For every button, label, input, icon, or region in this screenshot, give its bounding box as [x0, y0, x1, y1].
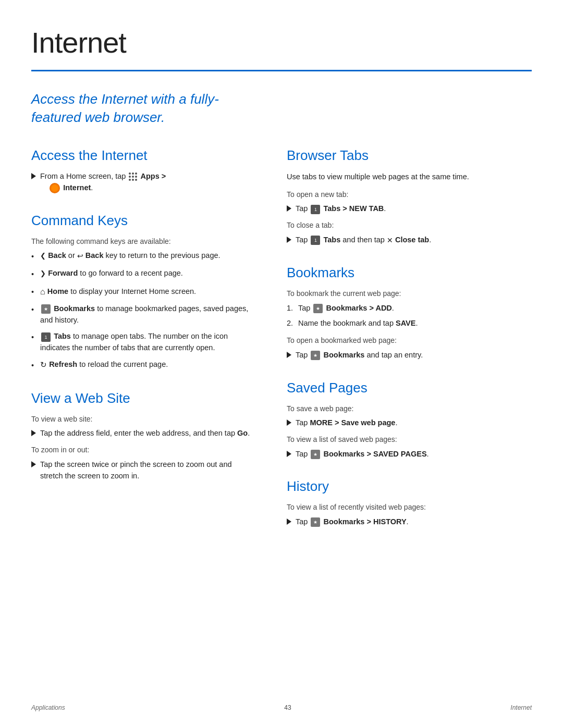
- list-item: • ❮ Back or ↩ Back key to return to the …: [31, 250, 255, 263]
- bullet-text: ❮ Back or ↩ Back key to return to the pr…: [40, 250, 220, 262]
- section-access-internet: Access the Internet From a Home screen, …: [31, 145, 255, 194]
- footer-left: Applications: [31, 703, 65, 712]
- tabs-icon: 1: [41, 332, 51, 342]
- bullet-dot: •: [31, 360, 36, 372]
- page: Internet Access the Internet with a full…: [0, 0, 563, 728]
- bookmarks-current-intro: To bookmark the current web page:: [287, 288, 532, 300]
- bullet-text: Tap MORE > Save web page.: [296, 417, 397, 429]
- bullet-text: ❯ Forward to go forward to a recent page…: [40, 268, 183, 279]
- page-title: Internet: [31, 21, 532, 65]
- saved-pages-save-intro: To save a web page:: [287, 403, 532, 415]
- right-column: Browser Tabs Use tabs to view multiple w…: [287, 145, 532, 545]
- footer: Applications 43 Internet: [0, 703, 563, 712]
- section-title-access-internet: Access the Internet: [31, 145, 255, 166]
- arrow-icon: [287, 419, 291, 426]
- bookmarks-icon: ★: [313, 304, 323, 313]
- bullet-bookmarks-open: Tap ★ Bookmarks and tap an entry.: [287, 350, 532, 361]
- arrow-icon: [31, 173, 36, 179]
- command-keys-intro: The following command keys are available…: [31, 236, 255, 248]
- arrow-icon: [31, 430, 36, 436]
- bullet-text: Tap ★ Bookmarks > SAVED PAGES.: [296, 449, 429, 460]
- list-item: • ⌂ Home to display your Internet Home s…: [31, 286, 255, 298]
- list-number: 1.: [287, 302, 298, 314]
- list-text: Tap ★ Bookmarks > ADD.: [298, 302, 394, 314]
- section-title-saved-pages: Saved Pages: [287, 378, 532, 398]
- bullet-browser-tabs-close: Tap 1 Tabs and then tap ✕ Close tab.: [287, 235, 532, 246]
- section-body-browser-tabs: Use tabs to view multiple web pages at t…: [287, 171, 532, 245]
- bullet-text: From a Home screen, tap Apps > Internet.: [40, 171, 166, 194]
- browser-tabs-intro: Use tabs to view multiple web pages at t…: [287, 171, 532, 182]
- bullet-text: ★ Bookmarks to manage bookmarked pages, …: [40, 303, 255, 326]
- bullet-access-internet: From a Home screen, tap Apps > Internet.: [31, 171, 255, 194]
- section-body-history: To view a list of recently visited web p…: [287, 502, 532, 527]
- footer-right: Internet: [510, 703, 532, 712]
- bullet-text: Tap the screen twice or pinch the screen…: [40, 459, 255, 482]
- section-body-view-web-site: To view a web site: Tap the address fiel…: [31, 414, 255, 482]
- bullet-dot: •: [31, 332, 36, 343]
- section-body-command-keys: The following command keys are available…: [31, 236, 255, 372]
- saved-pages-view-intro: To view a list of saved web pages:: [287, 434, 532, 446]
- section-title-history: History: [287, 476, 532, 497]
- list-item: 2. Name the bookmark and tap SAVE.: [287, 317, 532, 329]
- section-title-browser-tabs: Browser Tabs: [287, 145, 532, 166]
- bookmarks-icon: ★: [311, 517, 320, 527]
- bullet-text: Tap 1 Tabs > NEW TAB.: [296, 203, 386, 215]
- bullet-text: 1 Tabs to manage open tabs. The number o…: [40, 331, 255, 354]
- bullet-browser-tabs-new: Tap 1 Tabs > NEW TAB.: [287, 203, 532, 215]
- section-bookmarks: Bookmarks To bookmark the current web pa…: [287, 263, 532, 361]
- list-item: • ❯ Forward to go forward to a recent pa…: [31, 268, 255, 280]
- section-title-command-keys: Command Keys: [31, 211, 255, 231]
- bullet-history: Tap ★ Bookmarks > HISTORY.: [287, 516, 532, 528]
- arrow-icon: [287, 352, 291, 358]
- view-web-site-intro-1: To view a web site:: [31, 414, 255, 425]
- apps-grid-icon: [129, 172, 137, 181]
- bullet-dot: •: [31, 251, 36, 263]
- bullet-text: ⌂ Home to display your Internet Home scr…: [40, 286, 196, 298]
- bullet-dot: •: [31, 269, 36, 280]
- command-keys-list: • ❮ Back or ↩ Back key to return to the …: [31, 250, 255, 371]
- list-item: 1. Tap ★ Bookmarks > ADD.: [287, 302, 532, 314]
- bullet-saved-pages-view: Tap ★ Bookmarks > SAVED PAGES.: [287, 449, 532, 460]
- two-column-layout: Access the Internet From a Home screen, …: [31, 145, 532, 545]
- bullet-text: Tap 1 Tabs and then tap ✕ Close tab.: [296, 235, 431, 246]
- bookmarks-icon: ★: [311, 450, 320, 459]
- section-body-access-internet: From a Home screen, tap Apps > Internet.: [31, 171, 255, 194]
- bullet-dot: •: [31, 287, 36, 298]
- list-item: • ↻ Refresh to reload the current page.: [31, 359, 255, 372]
- close-icon: ✕: [387, 236, 393, 244]
- bullet-text: Tap ★ Bookmarks and tap an entry.: [296, 350, 423, 361]
- section-history: History To view a list of recently visit…: [287, 476, 532, 527]
- list-text: Name the bookmark and tap SAVE.: [298, 317, 418, 329]
- bookmarks-icon: ★: [311, 351, 320, 360]
- bullet-view-web-site-1: Tap the address field, enter the web add…: [31, 428, 255, 439]
- section-title-view-web-site: View a Web Site: [31, 388, 255, 409]
- arrow-icon: [287, 519, 291, 525]
- bullet-view-web-site-2: Tap the screen twice or pinch the screen…: [31, 459, 255, 482]
- section-saved-pages: Saved Pages To save a web page: Tap MORE…: [287, 378, 532, 460]
- bullet-text: Tap the address field, enter the web add…: [40, 428, 250, 439]
- arrow-icon: [287, 237, 291, 243]
- internet-app-icon: [50, 183, 60, 193]
- section-body-saved-pages: To save a web page: Tap MORE > Save web …: [287, 403, 532, 460]
- arrow-icon: [287, 451, 291, 457]
- section-body-bookmarks: To bookmark the current web page: 1. Tap…: [287, 288, 532, 361]
- list-item: • ★ Bookmarks to manage bookmarked pages…: [31, 303, 255, 326]
- bullet-text: Tap ★ Bookmarks > HISTORY.: [296, 516, 409, 528]
- intro-tagline: Access the Internet with a fully-feature…: [31, 90, 250, 127]
- section-browser-tabs: Browser Tabs Use tabs to view multiple w…: [287, 145, 532, 245]
- footer-page-number: 43: [284, 703, 291, 712]
- history-intro: To view a list of recently visited web p…: [287, 502, 532, 513]
- bullet-dot: •: [31, 304, 36, 316]
- list-number: 2.: [287, 317, 298, 329]
- section-view-web-site: View a Web Site To view a web site: Tap …: [31, 388, 255, 482]
- title-divider: [31, 70, 532, 71]
- tabs-icon: 1: [311, 236, 320, 245]
- bullet-text: ↻ Refresh to reload the current page.: [40, 359, 168, 371]
- arrow-icon: [31, 461, 36, 467]
- bookmarks-open-intro: To open a bookmarked web page:: [287, 335, 532, 347]
- browser-tabs-close-intro: To close a tab:: [287, 220, 532, 231]
- list-item: • 1 Tabs to manage open tabs. The number…: [31, 331, 255, 354]
- left-column: Access the Internet From a Home screen, …: [31, 145, 255, 545]
- bullet-saved-pages-save: Tap MORE > Save web page.: [287, 417, 532, 429]
- browser-tabs-new-intro: To open a new tab:: [287, 189, 532, 201]
